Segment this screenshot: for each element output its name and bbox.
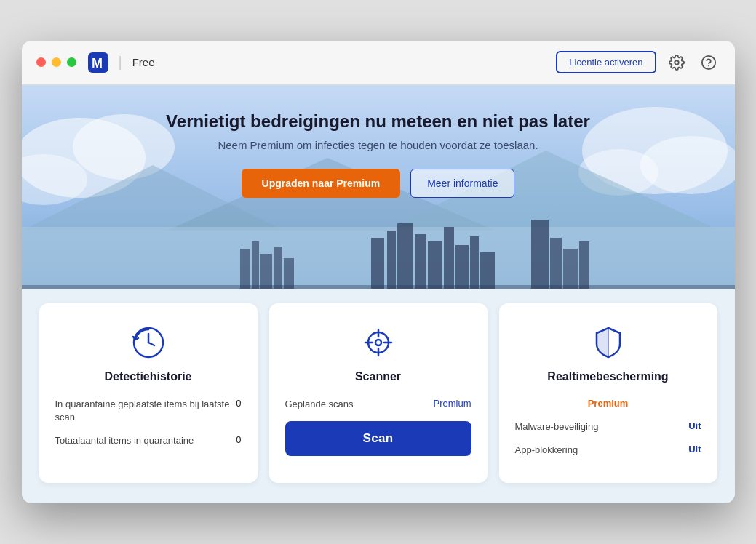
scanner-icon xyxy=(285,324,471,361)
scanner-card: Scanner Geplande scans Premium Scan xyxy=(269,303,488,483)
quarantine-last-scan-value: 0 xyxy=(236,398,241,409)
svg-rect-22 xyxy=(444,227,454,289)
quarantine-total-value: 0 xyxy=(236,434,241,445)
logo-free-label: Free xyxy=(132,56,155,68)
titlebar-actions: Licentie activeren xyxy=(556,51,720,74)
svg-point-40 xyxy=(375,340,381,345)
svg-rect-33 xyxy=(563,249,578,289)
hero-banner: Vernietigt bedreigingen nu meteen en nie… xyxy=(22,85,735,289)
help-icon xyxy=(701,55,717,71)
malware-protection-row: Malware-beveiliging Uit xyxy=(515,420,701,433)
history-icon xyxy=(55,324,242,361)
svg-rect-27 xyxy=(252,241,259,289)
svg-rect-26 xyxy=(240,249,250,289)
cityscape-icon xyxy=(22,216,735,289)
quarantine-last-scan-label: In quarantaine geplaatste items bij laat… xyxy=(55,398,231,424)
quarantine-last-scan-row: In quarantaine geplaatste items bij laat… xyxy=(55,398,242,424)
svg-rect-35 xyxy=(22,285,735,289)
detection-history-title: Detectiehistorie xyxy=(55,370,242,383)
svg-rect-29 xyxy=(274,247,282,289)
close-button[interactable] xyxy=(36,57,46,67)
malware-protection-value[interactable]: Uit xyxy=(688,420,701,431)
quarantine-total-row: Totaalaantal items in quarantaine 0 xyxy=(55,434,242,447)
scheduled-scans-value[interactable]: Premium xyxy=(433,398,471,409)
realtime-protection-card: Realtimebescherming Premium Malware-beve… xyxy=(499,303,717,483)
realtime-premium-label: Premium xyxy=(515,398,701,409)
svg-rect-28 xyxy=(260,254,272,289)
svg-rect-30 xyxy=(284,258,294,289)
malware-protection-label: Malware-beveiliging xyxy=(515,420,689,433)
svg-rect-19 xyxy=(397,223,413,289)
hero-title: Vernietigt bedreigingen nu meteen en nie… xyxy=(36,111,720,132)
app-blocking-value[interactable]: Uit xyxy=(688,444,701,455)
svg-rect-17 xyxy=(371,238,384,289)
svg-rect-20 xyxy=(415,234,426,289)
more-info-button[interactable]: Meer informatie xyxy=(410,169,514,198)
shield-icon xyxy=(515,324,701,361)
logo-area: M | Free xyxy=(88,52,557,73)
settings-button[interactable] xyxy=(665,51,688,74)
detection-history-card: Detectiehistorie In quarantaine geplaats… xyxy=(39,303,258,483)
svg-rect-21 xyxy=(428,241,442,289)
upgrade-premium-button[interactable]: Upgraden naar Premium xyxy=(242,169,401,198)
svg-rect-25 xyxy=(480,252,495,289)
scanner-title: Scanner xyxy=(285,370,471,383)
scheduled-scans-label: Geplande scans xyxy=(285,398,434,411)
scheduled-scans-row: Geplande scans Premium xyxy=(285,398,471,411)
app-logo-icon: M xyxy=(88,52,108,73)
scan-button[interactable]: Scan xyxy=(285,421,471,456)
svg-rect-34 xyxy=(579,241,589,289)
traffic-lights xyxy=(36,57,76,67)
svg-rect-24 xyxy=(470,236,479,289)
app-blocking-label: App-blokkering xyxy=(515,444,689,457)
gear-icon xyxy=(669,55,685,71)
quarantine-total-label: Totaalaantal items in quarantaine xyxy=(55,434,231,447)
maximize-button[interactable] xyxy=(67,57,76,67)
svg-point-2 xyxy=(675,60,679,65)
titlebar: M | Free Licentie activeren xyxy=(22,41,735,85)
svg-rect-31 xyxy=(531,220,549,289)
minimize-button[interactable] xyxy=(52,57,61,67)
svg-rect-23 xyxy=(455,245,469,289)
realtime-protection-title: Realtimebescherming xyxy=(515,370,701,383)
logo-divider: | xyxy=(119,54,122,71)
hero-subtitle: Neem Premium om infecties tegen te houde… xyxy=(36,139,720,151)
svg-rect-32 xyxy=(550,238,562,289)
cards-section: Detectiehistorie In quarantaine geplaats… xyxy=(22,289,735,503)
license-activate-button[interactable]: Licentie activeren xyxy=(556,51,656,73)
app-blocking-row: App-blokkering Uit xyxy=(515,444,701,457)
svg-line-38 xyxy=(148,343,154,345)
svg-text:M: M xyxy=(92,56,103,71)
svg-rect-18 xyxy=(387,231,396,289)
app-window: M | Free Licentie activeren xyxy=(22,41,735,503)
hero-buttons: Upgraden naar Premium Meer informatie xyxy=(36,169,720,198)
help-button[interactable] xyxy=(697,51,720,74)
